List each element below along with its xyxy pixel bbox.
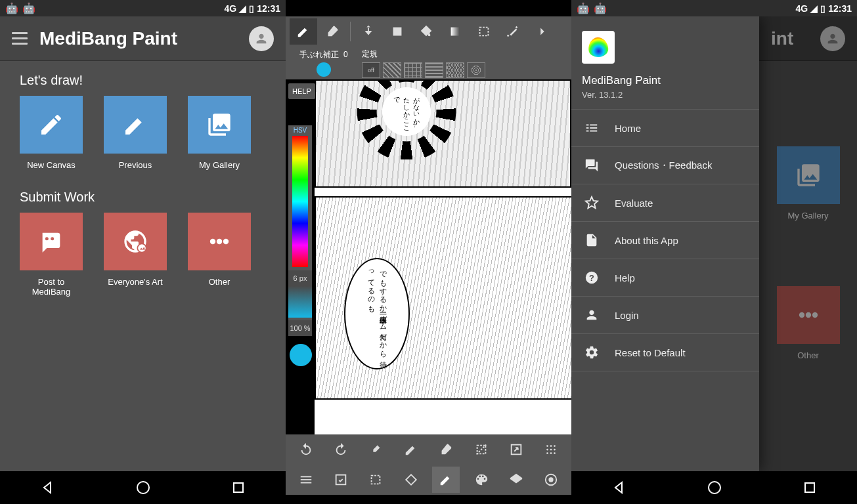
section-label-draw: Let's draw!	[0, 61, 286, 96]
svg-rect-32	[586, 125, 589, 126]
color-panel[interactable]: HSV 6 px 100 %	[288, 125, 312, 336]
menu-home[interactable]: Home	[571, 110, 759, 147]
android-nav-bar	[0, 471, 286, 504]
tile-my-gallery[interactable]: My Gallery	[188, 96, 251, 170]
eraser-tool[interactable]	[319, 18, 346, 45]
stabilizer-control[interactable]: 手ぶれ補正 0	[291, 49, 357, 77]
svg-rect-41	[805, 483, 814, 492]
edit-icon[interactable]	[327, 467, 355, 493]
back-icon[interactable]	[40, 480, 56, 495]
bg-title-fragment: int	[771, 28, 793, 49]
bucket-tool[interactable]	[412, 18, 440, 45]
opacity-label[interactable]: 100 %	[288, 320, 312, 336]
tile-new-canvas[interactable]: New Canvas	[20, 96, 83, 170]
recent-icon[interactable]	[231, 480, 246, 495]
nav-spacer	[286, 495, 571, 504]
ruler-vanishing[interactable]	[446, 62, 464, 78]
notification-icon: 🤖	[577, 2, 590, 14]
hue-slider[interactable]	[292, 136, 308, 267]
ruler-crosshatch[interactable]	[425, 62, 443, 78]
app-title: MediBang Paint	[39, 28, 177, 49]
menu-feedback[interactable]: Questions・Feedback	[571, 147, 759, 184]
tile-everyones-art[interactable]: Everyone's Art	[104, 213, 167, 297]
ruler-grid[interactable]	[404, 62, 422, 78]
menu-label: About this App	[615, 235, 678, 246]
battery-icon: ▯	[249, 3, 254, 14]
status-bar: 🤖 🤖 4G ◢ ▯ 12:31	[0, 0, 286, 16]
tile-previous[interactable]: Previous	[104, 96, 167, 170]
materials-tab[interactable]	[537, 467, 565, 493]
wand-tool[interactable]	[499, 18, 527, 45]
phone-screen-canvas: 手ぶれ補正 0 定規 off HELP HSV 6 px	[286, 0, 571, 504]
pen-button[interactable]	[397, 436, 425, 463]
layers-tab[interactable]	[502, 467, 530, 493]
deselect-button[interactable]	[468, 436, 495, 463]
menu-label: Questions・Feedback	[615, 159, 712, 172]
move-tool[interactable]	[355, 18, 382, 45]
background-content: int My Gallery Other	[759, 16, 857, 471]
brush-tool[interactable]	[290, 18, 317, 45]
menu-help[interactable]: ? Help	[571, 259, 759, 297]
svg-rect-33	[590, 125, 597, 126]
back-icon[interactable]	[611, 480, 627, 495]
ruler-parallel[interactable]	[383, 62, 401, 78]
more-tools[interactable]	[528, 18, 556, 45]
svg-rect-5	[234, 483, 243, 492]
home-icon[interactable]	[135, 480, 151, 495]
canvas[interactable]: HELP HSV 6 px 100 % がないか… たしかここで でもするかー …	[286, 79, 571, 434]
menu-evaluate[interactable]: Evaluate	[571, 184, 759, 222]
recent-icon[interactable]	[802, 480, 818, 495]
menu-login[interactable]: Login	[571, 297, 759, 334]
svg-rect-36	[586, 131, 589, 132]
menu-icon[interactable]	[292, 467, 320, 493]
menu-button[interactable]	[12, 32, 28, 45]
selection-icon[interactable]	[362, 467, 389, 493]
sub-toolbar: 手ぶれ補正 0 定規 off	[286, 47, 571, 79]
grid-button[interactable]	[537, 436, 565, 463]
svg-point-31	[812, 312, 817, 318]
brush-size-label[interactable]: 6 px	[288, 270, 312, 286]
rotate-icon[interactable]	[397, 467, 425, 493]
draw-grid: New Canvas Previous My Gallery	[0, 96, 286, 178]
eyedropper-tool[interactable]	[362, 436, 389, 463]
svg-point-14	[554, 445, 556, 447]
fill-rect-tool[interactable]	[384, 18, 411, 45]
tile-post-medibang[interactable]: Post to MediBang	[20, 213, 83, 297]
profile-avatar[interactable]	[249, 26, 274, 51]
color-preview[interactable]	[290, 344, 312, 366]
pen-tab[interactable]	[432, 467, 460, 493]
home-icon[interactable]	[707, 480, 722, 495]
svg-text:?: ?	[589, 273, 594, 283]
menu-reset[interactable]: Reset to Default	[571, 334, 759, 371]
notification-icon: 🤖	[594, 2, 607, 14]
drawer-app-name: MediBang Paint	[582, 74, 749, 87]
undo-button[interactable]	[292, 436, 320, 463]
svg-rect-6	[393, 28, 402, 36]
gradient-tool[interactable]	[441, 18, 469, 45]
action-bar	[286, 434, 571, 465]
signal-icon: ◢	[810, 3, 818, 14]
tile-label: Other	[209, 277, 231, 287]
submit-grid: Post to MediBang Everyone's Art Other	[0, 213, 286, 304]
ruler-concentric[interactable]	[467, 62, 485, 78]
ruler-off[interactable]: off	[362, 62, 380, 78]
clock: 12:31	[257, 3, 280, 14]
color-tab[interactable]	[468, 467, 495, 493]
section-label-submit: Submit Work	[0, 178, 286, 213]
menu-about[interactable]: About this App	[571, 222, 759, 259]
bg-tile-other: Other	[777, 286, 840, 360]
android-nav-bar	[571, 471, 857, 504]
help-button[interactable]: HELP	[288, 83, 315, 99]
tile-other[interactable]: Other	[188, 213, 251, 297]
redo-button[interactable]	[327, 436, 355, 463]
svg-rect-8	[480, 28, 489, 36]
eraser-button[interactable]	[432, 436, 460, 463]
tile-label: Previous	[119, 160, 152, 170]
svg-rect-21	[300, 476, 311, 478]
tile-label: Everyone's Art	[108, 277, 162, 287]
svg-rect-24	[336, 475, 346, 485]
tile-label: New Canvas	[27, 160, 76, 170]
svg-point-17	[554, 449, 556, 451]
fullscreen-button[interactable]	[502, 436, 530, 463]
select-tool[interactable]	[470, 18, 498, 45]
